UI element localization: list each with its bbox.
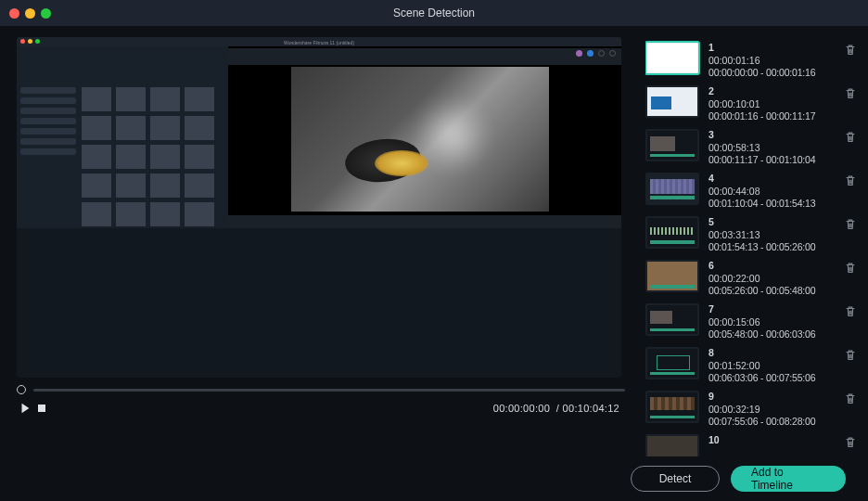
current-time: 00:00:00:00 [493,403,550,414]
window-title: Scene Detection [0,6,868,19]
scene-meta: 300:00:58:1300:00:11:17 - 00:01:10:04 [708,129,835,167]
scene-thumbnail[interactable] [645,129,699,161]
total-time: 00:10:04:12 [563,403,619,414]
play-button[interactable] [17,400,33,417]
close-window-button[interactable] [9,8,19,19]
trash-icon [844,131,857,144]
playback-controls: 00:00:00:00 / 00:10:04:12 [17,400,625,417]
delete-scene-button[interactable] [844,349,857,362]
scrubber-playhead-icon[interactable] [17,385,26,394]
scene-item[interactable]: 100:00:01:1600:00:00:00 - 00:00:01:16 [645,37,861,81]
scene-number: 9 [708,391,835,404]
delete-scene-button[interactable] [844,392,857,405]
delete-scene-button[interactable] [844,305,857,318]
scene-thumbnail[interactable] [645,216,699,249]
scene-meta: 200:00:10:0100:00:01:16 - 00:00:11:17 [708,85,835,123]
trash-icon [844,218,857,231]
scene-duration: 00:00:32:19 [708,404,835,417]
scene-duration: 00:00:44:08 [708,186,835,199]
scene-thumbnail[interactable] [645,303,699,336]
footer: Detect Add to Timeline [0,456,868,501]
scene-duration: 00:01:52:00 [708,360,835,373]
scene-range: 00:01:54:13 - 00:05:26:00 [708,241,835,254]
trash-icon [844,87,857,100]
trash-icon [844,44,857,57]
scene-meta: 10 [708,434,835,447]
scene-duration: 00:00:10:01 [708,98,835,111]
scene-number: 6 [708,260,835,273]
delete-scene-button[interactable] [844,174,857,187]
delete-scene-button[interactable] [844,44,857,57]
minimize-window-button[interactable] [25,8,35,19]
scene-duration: 00:00:15:06 [708,316,835,329]
scene-item[interactable]: 10 [645,430,861,456]
scene-range: 00:00:11:17 - 00:01:10:04 [708,154,835,167]
detect-button[interactable]: Detect [631,466,720,492]
scene-meta: 700:00:15:0600:05:48:00 - 00:06:03:06 [708,303,835,341]
scene-meta: 500:03:31:1300:01:54:13 - 00:05:26:00 [708,216,835,254]
main-layout: Wondershare Filmora 11 (untitled) [0,26,868,456]
svg-rect-0 [38,405,45,412]
scene-number: 10 [708,434,835,447]
scene-meta: 900:00:32:1900:07:55:06 - 00:08:28:00 [708,391,835,429]
scene-range: 00:05:26:00 - 00:05:48:00 [708,285,835,298]
timecode-display: 00:00:00:00 / 00:10:04:12 [493,403,619,414]
zoom-window-button[interactable] [41,8,51,19]
stop-button[interactable] [33,400,50,417]
scene-thumbnail[interactable] [645,347,699,379]
scene-meta: 600:00:22:0000:05:26:00 - 00:05:48:00 [708,260,835,298]
scene-thumbnail[interactable] [645,42,699,74]
scene-item[interactable]: 200:00:10:0100:00:01:16 - 00:00:11:17 [645,81,861,124]
delete-scene-button[interactable] [844,218,857,231]
scene-number: 1 [708,42,835,55]
scene-duration: 00:00:58:13 [708,142,835,155]
trash-icon [844,392,857,405]
window-controls [9,8,51,19]
scrubber-track[interactable] [33,389,625,392]
scene-item[interactable]: 300:00:58:1300:00:11:17 - 00:01:10:04 [645,124,861,168]
scene-item[interactable]: 400:00:44:0800:01:10:04 - 00:01:54:13 [645,168,861,212]
trash-icon [844,349,857,362]
scene-list-panel: 100:00:01:1600:00:00:00 - 00:00:01:16200… [645,37,861,456]
trash-icon [844,305,857,318]
scene-thumbnail[interactable] [645,434,699,456]
stop-icon [37,404,46,413]
delete-scene-button[interactable] [844,87,857,100]
scene-range: 00:00:01:16 - 00:00:11:17 [708,110,835,123]
scene-range: 00:05:48:00 - 00:06:03:06 [708,328,835,341]
scene-duration: 00:03:31:13 [708,229,835,242]
delete-scene-button[interactable] [844,436,857,449]
scene-range: 00:00:00:00 - 00:00:01:16 [708,67,835,80]
scene-number: 8 [708,347,835,360]
add-to-timeline-button[interactable]: Add to Timeline [731,466,846,492]
scene-meta: 400:00:44:0800:01:10:04 - 00:01:54:13 [708,173,835,211]
scene-thumbnail[interactable] [645,260,699,292]
scrubber-bar[interactable] [17,385,625,394]
play-icon [19,402,32,415]
scene-item[interactable]: 500:03:31:1300:01:54:13 - 00:05:26:00 [645,212,861,255]
trash-icon [844,436,857,449]
scene-meta: 100:00:01:1600:00:00:00 - 00:00:01:16 [708,42,835,80]
scene-meta: 800:01:52:0000:06:03:06 - 00:07:55:06 [708,347,835,385]
scene-item[interactable]: 900:00:32:1900:07:55:06 - 00:08:28:00 [645,386,861,430]
scene-thumbnail[interactable] [645,391,699,423]
scene-number: 2 [708,85,835,98]
trash-icon [844,174,857,187]
inner-title: Wondershare Filmora 11 (untitled) [17,40,621,45]
scene-item[interactable]: 700:00:15:0600:05:48:00 - 00:06:03:06 [645,299,861,342]
scene-item[interactable]: 600:00:22:0000:05:26:00 - 00:05:48:00 [645,255,861,299]
delete-scene-button[interactable] [844,262,857,275]
scene-number: 3 [708,129,835,142]
scene-thumbnail[interactable] [645,85,699,118]
scene-thumbnail[interactable] [645,173,699,205]
scene-list[interactable]: 100:00:01:1600:00:00:00 - 00:00:01:16200… [645,37,861,456]
delete-scene-button[interactable] [844,131,857,144]
scene-number: 4 [708,173,835,186]
scene-item[interactable]: 800:01:52:0000:06:03:06 - 00:07:55:06 [645,342,861,386]
video-preview-area[interactable]: Wondershare Filmora 11 (untitled) [17,37,621,378]
preview-panel: Wondershare Filmora 11 (untitled) [17,37,625,456]
scene-number: 7 [708,303,835,316]
scene-duration: 00:00:22:00 [708,273,835,286]
trash-icon [844,262,857,275]
scene-number: 5 [708,216,835,229]
